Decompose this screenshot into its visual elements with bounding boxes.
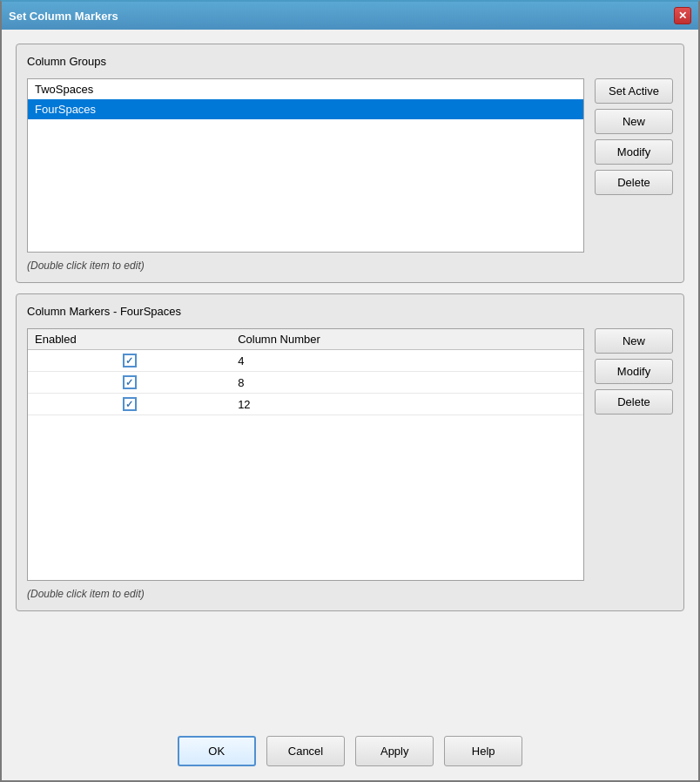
table-header-row: Enabled Column Number (28, 329, 583, 350)
column-markers-hint: (Double click item to edit) (27, 588, 673, 600)
column-number-cell: 8 (231, 372, 583, 394)
checkbox-icon[interactable]: ✓ (123, 397, 137, 411)
column-groups-section: Column Groups TwoSpaces FourSpaces Set A… (16, 44, 684, 283)
delete-marker-button[interactable]: Delete (595, 389, 673, 415)
column-groups-list: TwoSpaces FourSpaces (28, 79, 583, 119)
new-marker-button[interactable]: New (595, 328, 673, 354)
column-markers-row: Enabled Column Number ✓ (27, 328, 673, 581)
checkbox-cell: ✓ (35, 375, 224, 389)
column-groups-label: Column Groups (27, 55, 673, 68)
modify-marker-button[interactable]: Modify (595, 359, 673, 384)
col-header-enabled: Enabled (28, 329, 231, 350)
dialog-title: Set Column Markers (9, 10, 118, 23)
column-markers-tbody: ✓ 4 ✓ 8 (28, 350, 583, 415)
delete-group-button[interactable]: Delete (595, 170, 673, 195)
column-groups-row: TwoSpaces FourSpaces Set Active New Modi… (27, 78, 673, 253)
column-groups-buttons: Set Active New Modify Delete (595, 78, 673, 195)
checkbox-cell: ✓ (35, 354, 224, 367)
close-button[interactable]: ✕ (674, 7, 691, 24)
column-markers-table: Enabled Column Number ✓ (28, 329, 583, 415)
column-groups-listbox[interactable]: TwoSpaces FourSpaces (27, 78, 584, 253)
cancel-button[interactable]: Cancel (266, 736, 345, 766)
dialog-footer: OK Cancel Apply Help (2, 725, 698, 780)
list-item[interactable]: FourSpaces (28, 99, 583, 119)
checkbox-icon[interactable]: ✓ (123, 354, 137, 367)
set-active-button[interactable]: Set Active (595, 78, 673, 104)
checkbox-cell: ✓ (35, 397, 224, 411)
table-row[interactable]: ✓ 12 (28, 394, 583, 415)
new-group-button[interactable]: New (595, 109, 673, 134)
help-button[interactable]: Help (444, 736, 522, 766)
dialog-body: Column Groups TwoSpaces FourSpaces Set A… (2, 30, 698, 725)
modify-group-button[interactable]: Modify (595, 139, 673, 165)
ok-button[interactable]: OK (178, 736, 256, 766)
column-number-cell: 12 (231, 394, 583, 415)
col-header-column-number: Column Number (231, 329, 583, 350)
table-row[interactable]: ✓ 8 (28, 372, 583, 394)
column-markers-section: Column Markers - FourSpaces Enabled Colu… (16, 293, 684, 611)
title-bar: Set Column Markers ✕ (2, 2, 698, 30)
table-row[interactable]: ✓ 4 (28, 350, 583, 372)
column-groups-hint: (Double click item to edit) (27, 260, 673, 272)
column-markers-label: Column Markers - FourSpaces (27, 305, 673, 318)
checkbox-icon[interactable]: ✓ (123, 375, 137, 389)
list-item[interactable]: TwoSpaces (28, 79, 583, 99)
column-number-cell: 4 (231, 350, 583, 372)
column-markers-table-box[interactable]: Enabled Column Number ✓ (27, 328, 584, 581)
set-column-markers-dialog: Set Column Markers ✕ Column Groups TwoSp… (0, 0, 700, 782)
apply-button[interactable]: Apply (355, 736, 434, 766)
column-markers-buttons: New Modify Delete (595, 328, 673, 415)
